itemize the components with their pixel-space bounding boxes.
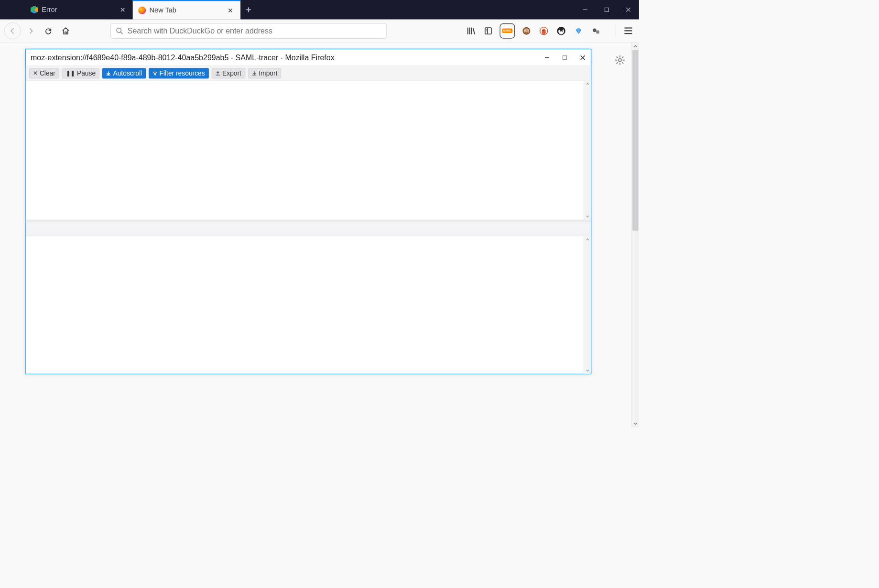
scroll-up-icon[interactable]: [584, 81, 591, 87]
app-menu-button[interactable]: [622, 24, 635, 38]
pause-icon: ❚❚: [66, 70, 75, 76]
autoscroll-button[interactable]: Autoscroll: [102, 68, 146, 78]
autoscroll-label: Autoscroll: [113, 69, 142, 77]
export-icon: [215, 71, 220, 76]
svg-point-21: [619, 59, 621, 62]
window-controls: [575, 0, 639, 20]
svg-point-3: [486, 29, 487, 30]
privacy-badger-icon[interactable]: [555, 25, 567, 37]
scroll-up-icon[interactable]: [632, 43, 639, 50]
filter-icon: [152, 71, 157, 76]
greasemonkey-icon[interactable]: [590, 25, 602, 37]
pane-scrollbar[interactable]: [584, 236, 591, 373]
import-label: Import: [259, 69, 277, 77]
svg-point-17: [560, 31, 561, 32]
search-icon: [116, 27, 123, 34]
url-bar[interactable]: [110, 23, 387, 38]
firefox-icon: [138, 6, 146, 14]
address-input[interactable]: [128, 26, 381, 35]
request-list-pane[interactable]: [26, 81, 591, 223]
tab-title: New Tab: [150, 6, 176, 14]
pause-button[interactable]: ❚❚ Pause: [62, 68, 99, 78]
pane-scrollbar[interactable]: [584, 81, 591, 220]
extension-icons: SAML: [465, 23, 602, 38]
sapphire-icon[interactable]: [573, 25, 585, 37]
tab-new-tab[interactable]: New Tab: [133, 0, 240, 20]
new-tab-button[interactable]: [240, 0, 256, 20]
clear-button[interactable]: ✕ Clear: [29, 68, 59, 78]
svg-point-18: [562, 31, 563, 32]
export-label: Export: [222, 69, 241, 77]
splitter-pane[interactable]: [26, 222, 591, 236]
saml-label: SAML: [502, 29, 512, 33]
scroll-down-icon[interactable]: [584, 213, 591, 219]
reload-button[interactable]: [41, 23, 56, 38]
x-icon: ✕: [33, 70, 37, 76]
nav-toolbar: SAML: [0, 20, 639, 43]
home-button[interactable]: [58, 23, 73, 38]
tab-title: Error: [42, 6, 57, 14]
scrollbar-vertical[interactable]: [631, 43, 639, 428]
tab-error[interactable]: Error: [25, 0, 132, 20]
close-tab-icon[interactable]: [119, 6, 127, 14]
svg-point-10: [527, 30, 528, 30]
page-content: moz-extension://f4689e40-f89a-489b-8012-…: [0, 43, 639, 428]
svg-point-13: [542, 29, 546, 34]
scrollbar-thumb[interactable]: [632, 50, 638, 231]
filter-label: Filter resources: [159, 69, 205, 77]
gear-icon[interactable]: [615, 55, 625, 65]
toolbar-separator: [616, 24, 616, 37]
popup-titlebar[interactable]: moz-extension://f4689e40-f89a-489b-8012-…: [26, 49, 591, 66]
import-button[interactable]: Import: [248, 68, 282, 78]
svg-point-19: [593, 28, 596, 32]
window-minimize-button[interactable]: [575, 0, 596, 20]
popup-maximize-button[interactable]: [562, 55, 567, 60]
popup-title: moz-extension://f4689e40-f89a-489b-8012-…: [31, 53, 335, 62]
back-button[interactable]: [4, 22, 21, 39]
svg-point-20: [596, 30, 599, 33]
svg-point-9: [525, 30, 525, 30]
scroll-up-icon[interactable]: [584, 236, 591, 242]
window-maximize-button[interactable]: [596, 0, 618, 20]
duckduckgo-icon[interactable]: [538, 25, 550, 37]
pause-label: Pause: [77, 69, 96, 77]
firefox-window: Error New Tab: [0, 0, 639, 427]
filter-button[interactable]: Filter resources: [149, 68, 209, 78]
clear-label: Clear: [40, 69, 55, 77]
cube-icon: [31, 6, 38, 13]
library-icon[interactable]: [465, 25, 477, 37]
svg-point-14: [543, 30, 543, 31]
forward-button[interactable]: [23, 23, 38, 38]
tampermonkey-icon[interactable]: [521, 25, 532, 37]
import-icon: [252, 71, 257, 76]
close-tab-icon[interactable]: [226, 6, 234, 14]
svg-rect-0: [605, 8, 608, 11]
popup-close-button[interactable]: [580, 54, 586, 61]
scroll-down-icon[interactable]: [632, 420, 639, 427]
saml-tracer-icon[interactable]: SAML: [499, 23, 515, 38]
saml-tracer-window: moz-extension://f4689e40-f89a-489b-8012-…: [25, 49, 591, 374]
export-button[interactable]: Export: [211, 68, 245, 78]
down-arrow-icon: [106, 71, 111, 76]
svg-point-4: [486, 31, 487, 31]
sidebar-icon[interactable]: [482, 25, 494, 37]
popup-minimize-button[interactable]: [544, 55, 550, 61]
svg-rect-22: [563, 55, 566, 59]
popup-toolbar: ✕ Clear ❚❚ Pause Autoscroll: [26, 66, 591, 81]
tab-bar: Error New Tab: [0, 0, 639, 20]
window-close-button[interactable]: [618, 0, 639, 20]
detail-pane[interactable]: [26, 236, 591, 373]
scroll-down-icon[interactable]: [584, 367, 591, 373]
